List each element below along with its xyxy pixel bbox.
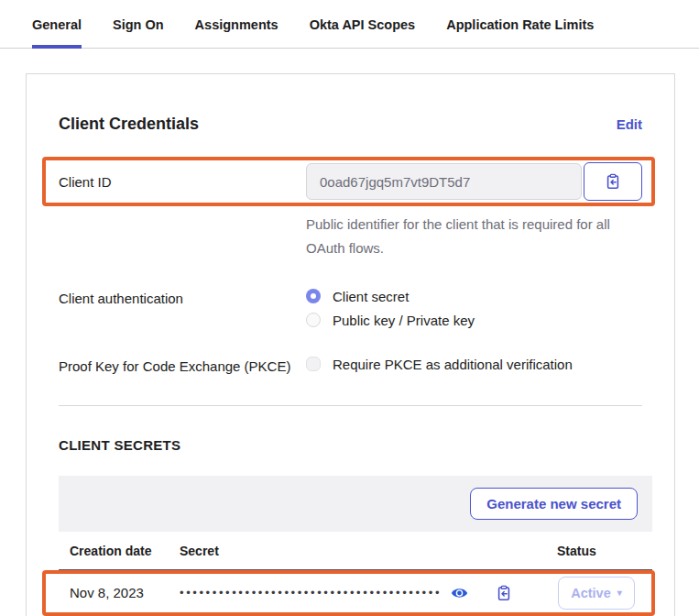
eye-icon[interactable] — [451, 587, 468, 600]
client-credentials-card: Client Credentials Edit Client ID — [26, 73, 675, 616]
client-id-label: Client ID — [59, 174, 306, 190]
tab-okta-api-scopes[interactable]: Okta API Scopes — [310, 0, 416, 49]
section-divider — [59, 405, 642, 406]
pkce-checkbox-option[interactable]: Require PKCE as additional verification — [306, 357, 642, 372]
edit-link[interactable]: Edit — [617, 116, 642, 132]
section-title: Client Credentials — [59, 115, 199, 134]
radio-unselected-icon[interactable] — [306, 313, 321, 327]
tab-assignments[interactable]: Assignments — [195, 0, 279, 49]
column-header-secret: Secret — [180, 544, 557, 558]
tab-general[interactable]: General — [32, 0, 82, 49]
secret-row-highlight-box: Nov 8, 2023 ••••••••••••••••••••••••••••… — [42, 570, 655, 616]
copy-secret-clipboard-icon[interactable] — [496, 585, 512, 601]
client-auth-label: Client authentication — [59, 289, 306, 306]
auth-option-client-secret[interactable]: Client secret — [306, 289, 642, 304]
secrets-table-header: Creation date Secret Status — [59, 532, 652, 570]
column-header-creation-date: Creation date — [70, 544, 180, 558]
generate-new-secret-button[interactable]: Generate new secret — [470, 488, 638, 520]
checkbox-unchecked-icon[interactable] — [306, 357, 321, 371]
client-id-highlight-box: Client ID — [42, 157, 655, 206]
copy-client-id-button[interactable] — [584, 162, 642, 201]
spacer — [59, 213, 306, 214]
secrets-toolbar: Generate new secret — [59, 476, 652, 532]
auth-option-public-private-key[interactable]: Public key / Private key — [306, 313, 642, 328]
column-header-status: Status — [557, 544, 652, 558]
chevron-down-icon: ▾ — [617, 588, 622, 598]
tab-application-rate-limits[interactable]: Application Rate Limits — [446, 0, 594, 49]
pkce-label: Proof Key for Code Exchange (PKCE) — [59, 357, 306, 374]
client-secrets-title: CLIENT SECRETS — [59, 437, 642, 453]
app-tabbar: General Sign On Assignments Okta API Sco… — [0, 0, 699, 49]
secret-status-dropdown[interactable]: Active ▾ — [558, 577, 635, 610]
tab-sign-on[interactable]: Sign On — [113, 0, 164, 49]
pkce-checkbox-label: Require PKCE as additional verification — [333, 357, 573, 372]
auth-option-label: Client secret — [333, 289, 409, 304]
auth-option-label: Public key / Private key — [333, 313, 475, 328]
masked-secret-value: •••••••••••••••••••••••••••••••••••••••• — [180, 586, 442, 600]
client-id-help-text: Public identifier for the client that is… — [306, 213, 628, 261]
client-id-input[interactable] — [306, 163, 582, 200]
clipboard-icon — [605, 173, 621, 190]
secret-cell: •••••••••••••••••••••••••••••••••••••••• — [180, 585, 558, 601]
status-label: Active — [571, 586, 611, 600]
radio-selected-icon[interactable] — [306, 289, 321, 303]
secret-creation-date: Nov 8, 2023 — [70, 585, 180, 600]
